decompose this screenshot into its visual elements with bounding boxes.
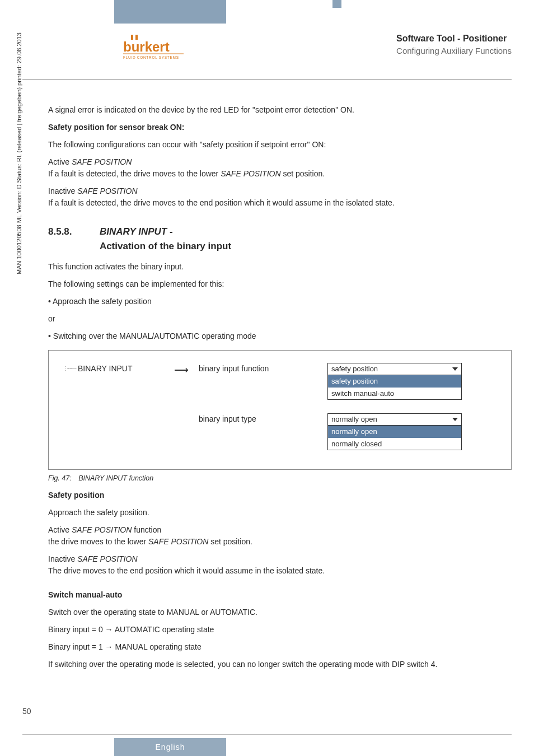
dropdown-option[interactable]: normally closed bbox=[328, 438, 461, 450]
dropdown-option[interactable]: normally open bbox=[328, 426, 461, 438]
text-italic: SAFE POSITION bbox=[148, 537, 208, 546]
sidebar-meta-text: MAN 1000120508 ML Version: D Status: RL … bbox=[16, 32, 22, 274]
paragraph: Binary input = 0 → AUTOMATIC operating s… bbox=[48, 624, 512, 636]
text: Inactive bbox=[48, 554, 77, 563]
svg-marker-5 bbox=[452, 367, 458, 371]
dropdown-selected: normally open bbox=[331, 415, 377, 423]
field-label: binary input type bbox=[199, 413, 327, 425]
section-title: BINARY INPUT - Activation of the binary … bbox=[100, 225, 231, 253]
paragraph: Binary input = 1 → MANUAL operating stat… bbox=[48, 641, 512, 653]
subheading: Switch manual-auto bbox=[48, 589, 512, 601]
bullet-line: • Switching over the MANUAL/AUTOMATIC op… bbox=[48, 330, 512, 342]
section-title-dash: - bbox=[167, 226, 172, 237]
text: set position. bbox=[208, 537, 252, 546]
dropdown-option[interactable]: safety position bbox=[328, 375, 461, 388]
figure-caption: Fig. 47: BINARY INPUT function bbox=[48, 473, 512, 484]
dropdown-column: safety position safety position switch m… bbox=[327, 363, 462, 400]
svg-text:burkert: burkert bbox=[123, 39, 170, 54]
section-title-italic: BINARY INPUT bbox=[100, 226, 167, 237]
section-heading: 8.5.8. BINARY INPUT - Activation of the … bbox=[48, 225, 512, 253]
chevron-down-icon bbox=[450, 365, 460, 374]
burkert-logo: burkert FLUID CONTROL SYSTEMS bbox=[123, 35, 185, 60]
dropdown-list: normally open normally closed bbox=[327, 426, 462, 450]
field-label: binary input function bbox=[199, 363, 327, 375]
dropdown-list: safety position switch manual-auto bbox=[327, 375, 462, 400]
text-italic: SAFE POSITION bbox=[72, 525, 132, 534]
header-title-block: Software Tool - Positioner Configuring A… bbox=[396, 34, 512, 55]
top-small-block bbox=[332, 0, 341, 8]
figure-row: ⋮┈┈┈ BINARY INPUT ⟶ binary input functio… bbox=[62, 363, 498, 400]
top-dark-block bbox=[114, 0, 226, 24]
bullet-line: • Approach the safety position bbox=[48, 296, 512, 307]
page-header: burkert FLUID CONTROL SYSTEMS Software T… bbox=[0, 24, 534, 80]
dropdown-option[interactable]: switch manual-auto bbox=[328, 388, 461, 400]
or-text: or bbox=[48, 313, 512, 325]
text: Inactive bbox=[48, 186, 77, 195]
dropdown-function[interactable]: safety position bbox=[327, 363, 462, 375]
header-subtitle: Configuring Auxiliary Functions bbox=[396, 46, 512, 55]
dropdown-type[interactable]: normally open bbox=[327, 413, 462, 426]
paragraph: A signal error is indicated on the devic… bbox=[48, 104, 512, 116]
page-footer: English bbox=[0, 722, 534, 756]
paragraph-bold: Safety position for sensor break ON: bbox=[48, 122, 512, 133]
tree-label: BINARY INPUT bbox=[78, 363, 133, 375]
svg-marker-6 bbox=[452, 418, 458, 421]
paragraph: This function activates the binary input… bbox=[48, 261, 512, 273]
paragraph: Switch over the operating state to MANUA… bbox=[48, 606, 512, 618]
text: If a fault is detected, the drive moves … bbox=[48, 169, 221, 178]
language-block: English bbox=[114, 738, 226, 756]
paragraph: Approach the safety position. bbox=[48, 507, 512, 519]
chevron-down-icon bbox=[450, 415, 460, 424]
figure-row: binary input type normally open normally… bbox=[62, 413, 498, 450]
text-italic: SAFE POSITION bbox=[221, 169, 280, 178]
footer-rule bbox=[22, 734, 512, 735]
text: function bbox=[132, 525, 161, 534]
tree-column: ⋮┈┈┈ BINARY INPUT bbox=[62, 363, 174, 375]
dropdown-column: normally open normally open normally clo… bbox=[327, 413, 462, 450]
text-italic: SAFE POSITION bbox=[72, 157, 132, 166]
paragraph: Inactive SAFE POSITION The drive moves t… bbox=[48, 553, 512, 577]
subheading: Safety position bbox=[48, 489, 512, 501]
paragraph: Active SAFE POSITION If a fault is detec… bbox=[48, 156, 512, 180]
text-italic: SAFE POSITION bbox=[77, 554, 137, 563]
paragraph: Active SAFE POSITION function the drive … bbox=[48, 524, 512, 548]
main-content: A signal error is indicated on the devic… bbox=[48, 104, 512, 676]
text: Active bbox=[48, 525, 72, 534]
figure-box: ⋮┈┈┈ BINARY INPUT ⟶ binary input functio… bbox=[48, 350, 512, 470]
paragraph: The following configurations can occur w… bbox=[48, 139, 512, 151]
paragraph: The following settings can be implemente… bbox=[48, 278, 512, 290]
paragraph: Inactive SAFE POSITION If a fault is det… bbox=[48, 185, 512, 209]
top-color-band bbox=[0, 0, 534, 24]
text: Active bbox=[48, 157, 72, 166]
text: If a fault is detected, the drive moves … bbox=[48, 198, 395, 207]
tree-dots-icon: ⋮┈┈┈ bbox=[62, 364, 76, 374]
dropdown-selected: safety position bbox=[331, 365, 378, 373]
svg-text:FLUID CONTROL SYSTEMS: FLUID CONTROL SYSTEMS bbox=[123, 55, 179, 59]
arrow-icon: ⟶ bbox=[174, 363, 199, 378]
page-number: 50 bbox=[22, 707, 31, 716]
section-number: 8.5.8. bbox=[48, 225, 97, 239]
header-rule bbox=[22, 80, 512, 80]
text: the drive moves to the lower bbox=[48, 537, 148, 546]
paragraph: If switching over the operating mode is … bbox=[48, 659, 512, 670]
header-title: Software Tool - Positioner bbox=[396, 34, 512, 44]
text: The drive moves to the end position whic… bbox=[48, 566, 325, 575]
text-italic: SAFE POSITION bbox=[77, 186, 137, 195]
text: set position. bbox=[281, 169, 325, 178]
section-title-line2: Activation of the binary input bbox=[100, 241, 231, 251]
